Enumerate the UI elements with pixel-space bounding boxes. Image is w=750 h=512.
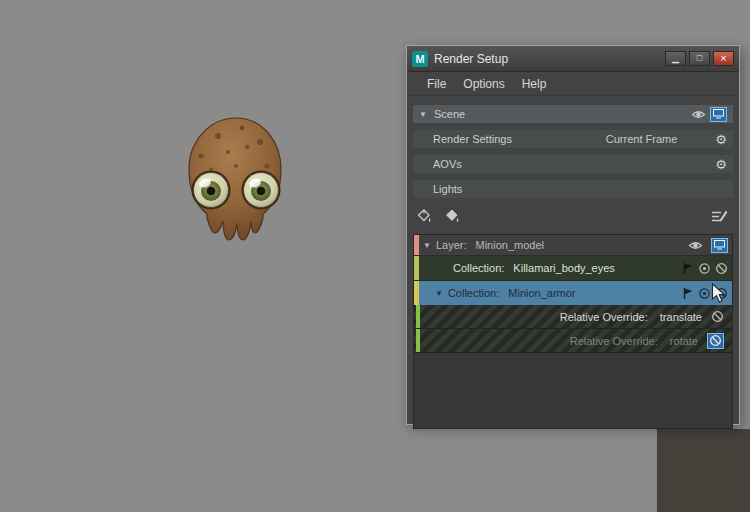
override-row-rotate[interactable]: Relative Override: rotate — [414, 329, 732, 353]
window-title: Render Setup — [434, 52, 662, 66]
collection-name: Killamari_body_eyes — [513, 262, 615, 274]
menu-help[interactable]: Help — [522, 77, 547, 91]
layer-renderable-toggle-icon[interactable] — [711, 238, 728, 253]
maya-logo-icon: M — [412, 51, 428, 67]
override-name: rotate — [670, 335, 698, 347]
chevron-down-icon[interactable]: ▼ — [435, 289, 443, 298]
create-layer-icon[interactable] — [711, 209, 729, 224]
background-panel — [657, 429, 750, 512]
render-settings-value: Current Frame — [606, 133, 678, 145]
layer-name: Minion_model — [476, 239, 544, 251]
scene-label: Scene — [434, 108, 465, 120]
disable-override-icon[interactable] — [711, 310, 724, 323]
override-prefix: Relative Override: — [560, 311, 648, 323]
lights-label: Lights — [433, 183, 462, 195]
minion-model — [170, 114, 302, 260]
lights-row[interactable]: Lights — [413, 180, 733, 198]
chevron-down-icon[interactable]: ▼ — [419, 110, 427, 119]
minion-left-eye — [192, 171, 231, 210]
scene-visibility-eye-icon[interactable] — [691, 109, 706, 120]
menu-file[interactable]: File — [427, 77, 446, 91]
menu-bar: File Options Help — [407, 72, 739, 96]
override-flag-icon[interactable] — [682, 287, 694, 300]
override-row-translate[interactable]: Relative Override: translate — [414, 305, 732, 329]
close-button[interactable]: × — [713, 51, 734, 66]
override-color-stripe — [416, 305, 420, 328]
menu-options[interactable]: Options — [463, 77, 504, 91]
override-name: translate — [660, 311, 702, 323]
override-flag-icon[interactable] — [682, 262, 694, 275]
layers-toolbar — [415, 205, 731, 227]
layer-visibility-eye-icon[interactable] — [688, 240, 703, 251]
layer-prefix: Layer: — [436, 239, 467, 251]
layer-color-stripe — [414, 235, 419, 255]
collection-row-minion-armor-selected[interactable]: ▼ Collection: Minion_armor — [414, 281, 732, 305]
fill-bucket-icon[interactable] — [415, 208, 432, 224]
window-content: ▼ Scene Render Settings Current Frame ⚙ … — [407, 96, 739, 429]
scene-row[interactable]: ▼ Scene — [413, 105, 733, 123]
collection-prefix: Collection: — [448, 287, 499, 299]
aovs-label: AOVs — [433, 158, 462, 170]
render-settings-label: Render Settings — [433, 133, 512, 145]
disable-collection-icon[interactable] — [715, 262, 728, 275]
disable-collection-icon[interactable] — [715, 287, 728, 300]
override-color-stripe — [416, 329, 420, 352]
render-settings-row[interactable]: Render Settings Current Frame ⚙ — [413, 130, 733, 148]
render-layers-panel: ▼ Layer: Minion_model Collection: Killam… — [413, 234, 733, 429]
layer-row-minion-model[interactable]: ▼ Layer: Minion_model — [414, 235, 732, 256]
isolate-select-icon[interactable] — [698, 287, 711, 300]
maya-desktop: { "window": { "title": "Render Setup", "… — [0, 0, 750, 512]
minion-right-eye — [242, 171, 281, 210]
collection-name: Minion_armor — [508, 287, 575, 299]
isolate-select-icon[interactable] — [698, 262, 711, 275]
override-prefix: Relative Override: — [570, 335, 658, 347]
minimize-button[interactable]: ▁ — [665, 51, 686, 66]
gear-icon[interactable]: ⚙ — [715, 158, 727, 171]
collection-color-stripe — [414, 281, 419, 305]
aovs-row[interactable]: AOVs ⚙ — [413, 155, 733, 173]
scene-renderable-toggle-icon[interactable] — [710, 107, 727, 122]
collection-row-killamari[interactable]: Collection: Killamari_body_eyes — [414, 256, 732, 281]
collection-color-stripe — [414, 256, 419, 280]
render-bucket-icon[interactable] — [443, 208, 460, 224]
render-setup-window: M Render Setup ▁ □ × File Options Help ▼… — [406, 45, 740, 425]
gear-icon[interactable]: ⚙ — [715, 133, 727, 146]
disable-override-icon-active[interactable] — [707, 333, 724, 349]
maximize-button[interactable]: □ — [689, 51, 710, 66]
titlebar[interactable]: M Render Setup ▁ □ × — [407, 46, 739, 72]
collection-prefix: Collection: — [453, 262, 504, 274]
chevron-down-icon[interactable]: ▼ — [423, 241, 431, 250]
